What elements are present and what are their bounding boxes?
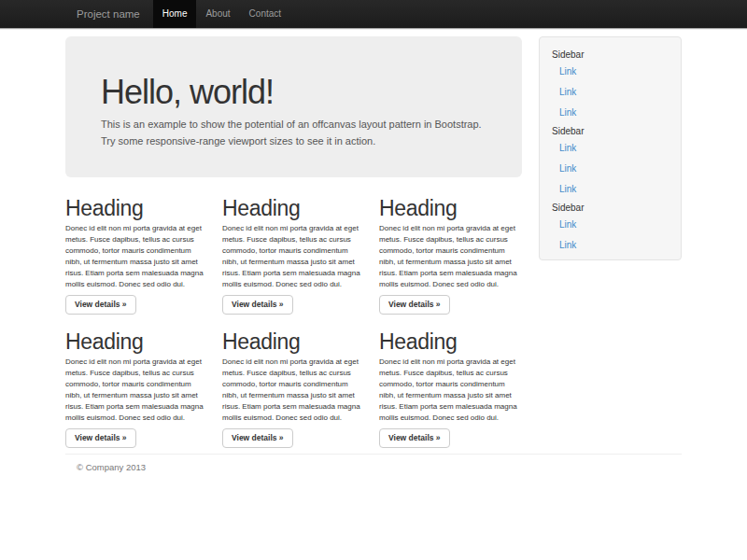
view-details-button[interactable]: View details » bbox=[379, 428, 450, 448]
sidebar-heading: Sidebar bbox=[552, 125, 669, 138]
tile-heading: Heading bbox=[65, 330, 207, 354]
top-navbar: Project name Home About Contact bbox=[0, 0, 747, 28]
tile-heading: Heading bbox=[65, 197, 207, 220]
nav-item[interactable]: About bbox=[196, 0, 239, 28]
sidebar-link[interactable]: Link bbox=[552, 235, 669, 256]
sidebar-link[interactable]: Link bbox=[552, 62, 669, 82]
jumbotron: Hello, world! This is an example to show… bbox=[65, 36, 522, 177]
tile-body: Donec id elit non mi porta gravida at eg… bbox=[65, 357, 207, 424]
content-tile: Heading Donec id elit non mi porta gravi… bbox=[379, 330, 521, 448]
view-details-button[interactable]: View details » bbox=[379, 295, 450, 315]
page-title: Hello, world! bbox=[101, 74, 486, 111]
page-footer: © Company 2013 bbox=[65, 461, 682, 473]
tile-body: Donec id elit non mi porta gravida at eg… bbox=[222, 223, 364, 290]
navbar-container: Project name Home About Contact bbox=[65, 0, 682, 28]
copyright-text: © Company 2013 bbox=[65, 461, 682, 473]
nav-item[interactable]: Home bbox=[153, 0, 197, 28]
tile-body: Donec id elit non mi porta gravida at eg… bbox=[379, 357, 521, 424]
tile-body: Donec id elit non mi porta gravida at eg… bbox=[222, 357, 364, 424]
view-details-button[interactable]: View details » bbox=[222, 428, 293, 448]
sidebar-link[interactable]: Link bbox=[552, 103, 669, 123]
sidebar-group: Sidebar Link Link bbox=[552, 202, 669, 256]
view-details-button[interactable]: View details » bbox=[222, 295, 293, 315]
content-tile: Heading Donec id elit non mi porta gravi… bbox=[65, 197, 207, 315]
main-nav: Home About Contact bbox=[153, 0, 290, 28]
sidebar-heading: Sidebar bbox=[552, 202, 669, 215]
tile-body: Donec id elit non mi porta gravida at eg… bbox=[65, 223, 207, 290]
content-tile: Heading Donec id elit non mi porta gravi… bbox=[222, 197, 364, 315]
content-tile: Heading Donec id elit non mi porta gravi… bbox=[65, 330, 207, 448]
sidebar-link[interactable]: Link bbox=[552, 159, 669, 179]
tile-body: Donec id elit non mi porta gravida at eg… bbox=[379, 223, 521, 290]
tile-heading: Heading bbox=[222, 197, 364, 220]
main-row: Hello, world! This is an example to show… bbox=[65, 36, 682, 448]
page-container: Hello, world! This is an example to show… bbox=[65, 36, 682, 473]
content-tile: Heading Donec id elit non mi porta gravi… bbox=[222, 330, 364, 448]
sidebar-link[interactable]: Link bbox=[552, 215, 669, 235]
tile-heading: Heading bbox=[222, 330, 364, 354]
sidebar: Sidebar Link Link Link Sidebar Link Lin bbox=[539, 36, 682, 260]
sidebar-link[interactable]: Link bbox=[552, 82, 669, 103]
brand-link[interactable]: Project name bbox=[65, 0, 151, 28]
sidebar-link[interactable]: Link bbox=[552, 138, 669, 159]
tile-heading: Heading bbox=[379, 330, 521, 354]
sidebar-group: Sidebar Link Link Link bbox=[552, 125, 669, 200]
sidebar-heading: Sidebar bbox=[552, 49, 669, 62]
nav-item[interactable]: Contact bbox=[240, 0, 290, 28]
view-details-button[interactable]: View details » bbox=[65, 428, 136, 448]
content-column: Hello, world! This is an example to show… bbox=[65, 36, 522, 448]
tile-heading: Heading bbox=[379, 197, 521, 220]
footer-divider bbox=[65, 454, 682, 455]
sidebar-group: Sidebar Link Link Link bbox=[552, 49, 669, 123]
content-tile: Heading Donec id elit non mi porta gravi… bbox=[379, 197, 521, 315]
view-details-button[interactable]: View details » bbox=[65, 295, 136, 315]
sidebar-link[interactable]: Link bbox=[552, 179, 669, 200]
jumbotron-text: This is an example to show the potential… bbox=[101, 116, 486, 149]
tiles-grid: Heading Donec id elit non mi porta gravi… bbox=[65, 197, 522, 448]
